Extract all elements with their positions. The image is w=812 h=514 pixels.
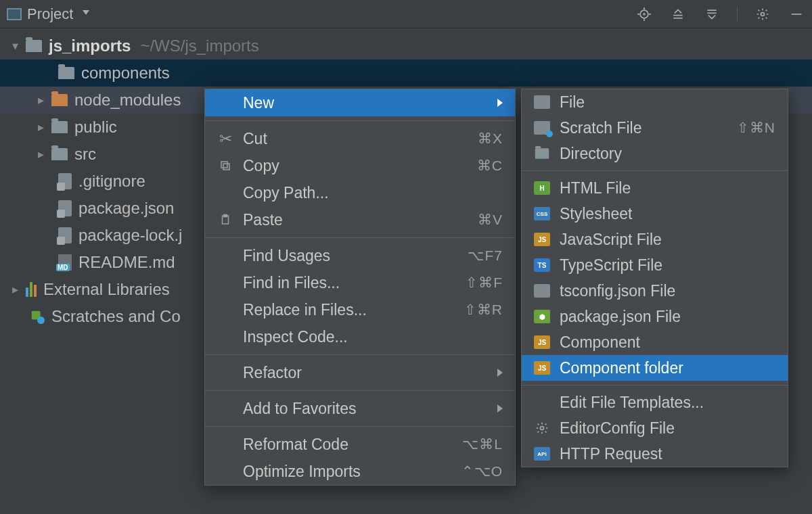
tree-item-components[interactable]: components (0, 60, 812, 87)
menu-item-label: Reformat Code (243, 436, 348, 454)
chevron-right-icon[interactable] (38, 120, 47, 135)
submenu-item-javascript-file[interactable]: JSJavaScript File (522, 227, 788, 252)
svg-point-1 (644, 14, 645, 15)
submenu-item-editorconfig[interactable]: EditorConfig File (522, 415, 788, 441)
menu-item-replace-in-files[interactable]: Replace in Files... ⇧⌘R (205, 296, 515, 323)
menu-item-label: Find Usages (243, 247, 330, 265)
tree-item-label: External Libraries (43, 280, 170, 299)
submenu-item-http-request[interactable]: APIHTTP Request (522, 441, 788, 467)
chevron-right-icon[interactable] (12, 282, 22, 297)
submenu-item-typescript-file[interactable]: TSTypeScript File (522, 252, 788, 278)
menu-item-copy-path[interactable]: Copy Path... (205, 179, 515, 206)
hide-panel-icon[interactable] (788, 5, 805, 23)
menu-item-label: Directory (560, 145, 622, 163)
submenu-item-edit-templates[interactable]: Edit File Templates... (522, 390, 788, 415)
svg-point-13 (37, 317, 45, 324)
tree-item-label: package.json (78, 199, 174, 218)
submenu-item-component[interactable]: JSComponent (522, 329, 788, 355)
expand-all-icon[interactable] (669, 5, 687, 23)
menu-shortcut: ⇧⌘N (737, 120, 775, 136)
css-icon: CSS (534, 207, 550, 220)
menu-item-add-favorites[interactable]: Add to Favorites (205, 395, 515, 422)
menu-separator (205, 354, 515, 355)
menu-item-label: New (243, 94, 274, 112)
paste-icon (217, 214, 233, 226)
menu-item-label: File (560, 93, 585, 112)
submenu-item-package-json[interactable]: ⬢package.json File (522, 304, 788, 329)
menu-item-label: HTTP Request (560, 445, 662, 463)
menu-item-find-in-files[interactable]: Find in Files... ⇧⌘F (205, 269, 515, 296)
menu-item-label: HTML File (560, 179, 631, 197)
tree-item-label: src (74, 145, 96, 164)
chevron-right-icon[interactable] (38, 93, 47, 108)
toolbar-left: Project (7, 5, 89, 23)
locate-icon[interactable] (635, 5, 653, 23)
menu-separator (205, 120, 515, 121)
menu-item-label: Copy (243, 157, 279, 175)
submenu-item-stylesheet[interactable]: CSSStylesheet (522, 201, 788, 227)
menu-item-label: Replace in Files... (243, 301, 367, 319)
folder-icon (51, 148, 68, 160)
menu-shortcut: ⌘V (478, 212, 503, 228)
submenu-item-html-file[interactable]: HHTML File (522, 175, 788, 201)
settings-gear-icon[interactable] (754, 5, 771, 23)
menu-item-label: Component (560, 333, 640, 352)
menu-item-label: Inspect Code... (243, 328, 348, 346)
file-icon (58, 200, 72, 216)
svg-rect-14 (223, 164, 229, 170)
menu-item-new[interactable]: New (205, 89, 515, 116)
root-path: ~/WS/js_imports (140, 37, 258, 55)
menu-item-find-usages[interactable]: Find Usages ⌥F7 (205, 242, 515, 269)
menu-item-reformat-code[interactable]: Reformat Code ⌥⌘L (205, 431, 515, 458)
js-icon: JS (534, 361, 550, 375)
menu-item-cut[interactable]: ✂Cut ⌘X (205, 125, 515, 152)
submenu-item-file[interactable]: File (522, 89, 788, 115)
submenu-item-component-folder[interactable]: JSComponent folder (522, 355, 788, 381)
file-icon (534, 95, 550, 109)
gear-icon (534, 421, 550, 435)
submenu-item-scratch-file[interactable]: Scratch File ⇧⌘N (522, 115, 788, 141)
menu-item-label: Add to Favorites (243, 400, 356, 418)
file-icon (534, 284, 550, 298)
scratches-icon (30, 309, 45, 324)
tree-item-label: Scratches and Co (51, 307, 181, 326)
submenu-item-directory[interactable]: Directory (522, 141, 788, 166)
svg-point-18 (541, 427, 544, 430)
submenu-arrow-icon (497, 99, 503, 107)
tree-root[interactable]: js_imports ~/WS/js_imports (0, 32, 812, 60)
menu-item-label: tsconfig.json File (560, 282, 675, 300)
menu-item-label: Find in Files... (243, 274, 340, 292)
menu-item-copy[interactable]: Copy ⌘C (205, 152, 515, 179)
submenu-item-tsconfig[interactable]: tsconfig.json File (522, 278, 788, 304)
toolbar: Project (0, 0, 812, 28)
menu-item-optimize-imports[interactable]: Optimize Imports ⌃⌥O (205, 458, 515, 485)
html-icon: H (534, 181, 550, 195)
folder-icon (51, 121, 68, 133)
menu-item-label: Component folder (560, 359, 683, 377)
markdown-file-icon (58, 254, 72, 271)
api-icon: API (534, 447, 550, 461)
tree-item-label: public (74, 118, 117, 137)
tree-item-label: node_modules (74, 91, 181, 110)
menu-item-inspect-code[interactable]: Inspect Code... (205, 323, 515, 350)
menu-item-label: Stylesheet (560, 205, 632, 223)
chevron-down-icon[interactable] (12, 39, 22, 53)
file-icon (58, 227, 72, 243)
folder-icon (26, 40, 42, 52)
svg-point-10 (761, 12, 765, 16)
chevron-right-icon[interactable] (38, 147, 47, 162)
ts-icon: TS (534, 258, 550, 272)
root-name: js_imports (49, 37, 131, 55)
menu-item-paste[interactable]: Paste ⌘V (205, 206, 515, 233)
menu-item-label: Scratch File (560, 119, 641, 137)
menu-item-refactor[interactable]: Refactor (205, 359, 515, 386)
menu-separator (522, 170, 788, 171)
project-toolwindow-title[interactable]: Project (27, 5, 73, 23)
dropdown-arrow-icon[interactable] (83, 10, 89, 15)
collapse-all-icon[interactable] (703, 5, 721, 23)
context-menu: New ✂Cut ⌘X Copy ⌘C Copy Path... Paste ⌘… (204, 89, 516, 486)
tree-item-label: package-lock.j (78, 226, 182, 245)
menu-shortcut: ⌥F7 (468, 248, 503, 264)
menu-item-label: Refactor (243, 364, 302, 382)
copy-icon (217, 160, 233, 172)
